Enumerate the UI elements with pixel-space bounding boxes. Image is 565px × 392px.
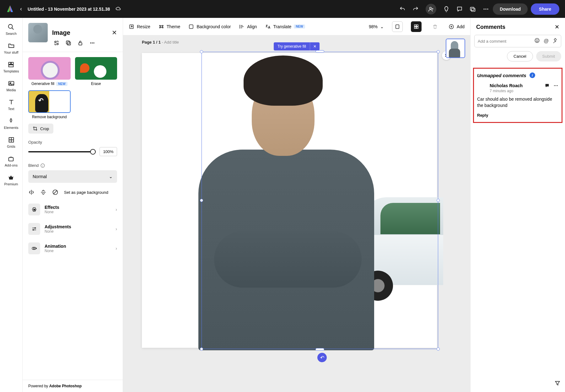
effects-row[interactable]: fx EffectsNone › — [23, 200, 123, 219]
blend-select[interactable]: Normal ⌄ — [28, 170, 117, 183]
panel-close-icon[interactable]: ✕ — [112, 29, 117, 36]
generative-fill-card[interactable]: Generative fillNEW — [28, 57, 71, 86]
adjustments-row[interactable]: AdjustmentsNone › — [23, 219, 123, 239]
comments-close-icon[interactable]: ✕ — [555, 24, 559, 30]
background-color-button[interactable]: Background color — [188, 24, 231, 29]
properties-panel: Image ✕ Generative fillNEW Erase Remove … — [23, 18, 123, 392]
present-icon[interactable] — [470, 6, 476, 12]
animation-row[interactable]: AnimationNone › — [23, 239, 123, 258]
svg-rect-18 — [79, 43, 82, 45]
rail-search[interactable]: Search — [6, 24, 17, 35]
translate-button[interactable]: TranslateNEW — [265, 24, 305, 29]
resize-handle[interactable] — [437, 347, 440, 351]
comment-card[interactable]: Nicholas Roach 7 minutes ago Car should … — [477, 83, 558, 118]
duplicate-icon[interactable] — [65, 40, 72, 46]
rail-media[interactable]: Media — [7, 80, 16, 92]
back-button[interactable]: ‹ — [20, 6, 22, 12]
revert-icon[interactable]: ↶ — [317, 353, 327, 362]
top-bar: ‹ Untitled - 13 November 2023 at 12.51.3… — [0, 0, 565, 18]
pill-close-icon[interactable]: ✕ — [310, 42, 320, 50]
cloud-sync-icon[interactable] — [116, 6, 121, 12]
comment-more-icon[interactable] — [553, 83, 558, 89]
top-actions — [399, 4, 489, 14]
svg-point-44 — [536, 40, 537, 40]
page-view-icon[interactable] — [392, 21, 403, 32]
rail-elements[interactable]: Elements — [4, 118, 19, 130]
rail-templates[interactable]: Templates — [3, 61, 19, 73]
theme-button[interactable]: Theme — [159, 24, 180, 29]
resize-handle[interactable] — [200, 50, 203, 53]
remove-background-card[interactable]: Remove background — [28, 90, 71, 119]
generative-fill-thumb — [28, 57, 71, 80]
svg-text:fx: fx — [34, 208, 35, 211]
canvas-toolbar: Resize Theme Background color Align Tran… — [123, 18, 470, 35]
download-button[interactable]: Download — [493, 3, 528, 15]
svg-point-43 — [535, 38, 539, 43]
mention-icon[interactable]: @ — [544, 38, 549, 44]
add-page-button[interactable]: Add — [449, 24, 465, 29]
resize-handle[interactable] — [315, 348, 324, 351]
addons-icon — [8, 155, 14, 162]
rail-addons[interactable]: Add-ons — [5, 155, 18, 167]
rail-your-stuff[interactable]: Your stuff — [4, 42, 19, 54]
share-button[interactable]: Share — [531, 3, 559, 15]
resize-button[interactable]: Resize — [129, 24, 150, 29]
crop-button[interactable]: Crop — [28, 124, 53, 134]
svg-rect-36 — [189, 25, 193, 29]
rail-text[interactable]: Text — [8, 99, 15, 111]
chevron-right-icon: › — [116, 246, 117, 251]
svg-point-5 — [487, 8, 488, 9]
comment-thread-icon[interactable] — [545, 83, 550, 89]
selection-bounds[interactable] — [202, 52, 438, 349]
comments-panel: Comments ✕ @ Cancel Submit Unmapped comm… — [470, 18, 565, 392]
set-background-link[interactable]: Set as page background — [64, 190, 108, 195]
idea-icon[interactable] — [443, 6, 449, 12]
resize-handle[interactable] — [437, 50, 440, 53]
new-badge: NEW — [56, 82, 67, 86]
info-icon[interactable]: i — [530, 72, 535, 78]
rail-grids[interactable]: Grids — [7, 136, 15, 148]
opacity-slider[interactable] — [28, 151, 96, 152]
svg-rect-8 — [11, 62, 13, 64]
replace-icon[interactable] — [53, 40, 60, 46]
svg-point-6 — [8, 24, 13, 29]
svg-point-20 — [92, 42, 93, 43]
emoji-icon[interactable] — [534, 38, 540, 45]
resize-handle[interactable] — [315, 50, 324, 53]
no-background-icon[interactable] — [52, 189, 58, 195]
info-icon[interactable] — [40, 163, 45, 168]
grid-view-icon[interactable] — [411, 21, 422, 32]
opacity-value[interactable]: 100% — [100, 147, 117, 156]
app-logo[interactable] — [6, 5, 14, 13]
redo-icon[interactable] — [412, 6, 419, 12]
page-thumbnail[interactable] — [446, 39, 465, 58]
cancel-button[interactable]: Cancel — [507, 51, 533, 61]
comment-icon[interactable] — [456, 6, 463, 12]
flip-horizontal-icon[interactable] — [28, 189, 35, 195]
reply-button[interactable]: Reply — [477, 113, 558, 118]
more-options-icon[interactable] — [89, 40, 95, 46]
resize-handle[interactable] — [200, 199, 203, 202]
chevron-right-icon: › — [116, 207, 117, 212]
zoom-control[interactable]: 98%⌄ — [369, 24, 384, 29]
document-title[interactable]: Untitled - 13 November 2023 at 12.51.38 — [28, 7, 110, 12]
svg-rect-37 — [396, 25, 399, 29]
comment-text: Car should also be removed alongside the… — [477, 96, 558, 109]
resize-handle[interactable] — [437, 199, 440, 202]
filter-icon[interactable] — [554, 380, 561, 388]
page-indicator[interactable]: Page 1 / 1 - Add title — [142, 40, 179, 45]
align-button[interactable]: Align — [239, 24, 257, 29]
flip-vertical-icon[interactable] — [40, 189, 46, 195]
rail-premium[interactable]: Premium — [4, 174, 18, 186]
svg-rect-40 — [414, 27, 416, 28]
invite-icon[interactable] — [426, 4, 436, 14]
comment-input-wrap: @ — [474, 35, 561, 47]
pin-icon[interactable] — [552, 38, 558, 45]
undo-icon[interactable] — [399, 6, 406, 12]
erase-card[interactable]: Erase — [75, 57, 117, 86]
comment-input[interactable] — [478, 39, 530, 44]
resize-handle[interactable] — [200, 347, 203, 351]
svg-point-34 — [159, 27, 160, 28]
more-icon[interactable] — [483, 6, 489, 12]
lock-icicon[interactable] — [77, 40, 83, 46]
